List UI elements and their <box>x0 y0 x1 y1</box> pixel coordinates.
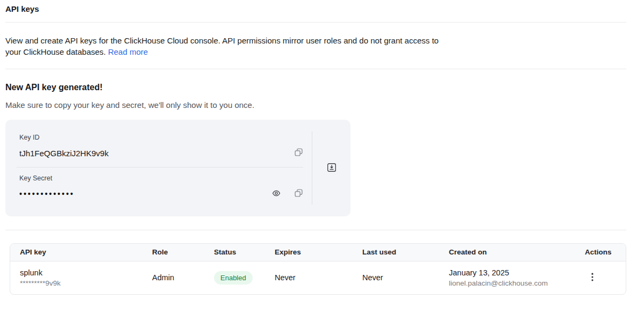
eye-icon <box>272 189 281 199</box>
key-id-row: tJh1FeQGBkziJ2HK9v9k <box>19 147 303 159</box>
kebab-menu-icon <box>591 273 593 283</box>
api-key-name: splunk <box>20 268 152 277</box>
created-by-email: lionel.palacin@clickhouse.com <box>449 279 585 287</box>
api-keys-table: API key Role Status Expires Last used Cr… <box>10 243 626 295</box>
new-key-banner-subtitle: Make sure to copy your key and secret, w… <box>5 100 626 110</box>
cell-status: Enabled <box>214 261 275 294</box>
page-title: API keys <box>5 0 626 13</box>
header-role: Role <box>152 244 214 261</box>
copy-key-id-button[interactable] <box>294 148 303 158</box>
cell-created-on: January 13, 2025 lionel.palacin@clickhou… <box>449 261 585 294</box>
header-expires: Expires <box>275 244 362 261</box>
divider <box>5 230 626 230</box>
download-credentials-area <box>312 120 350 216</box>
copy-icon <box>294 188 303 199</box>
key-secret-actions <box>272 188 303 199</box>
table-row: splunk *********9v9k Admin Enabled Never… <box>10 261 626 294</box>
page-description: View and create API keys for the ClickHo… <box>5 35 445 57</box>
key-secret-label: Key Secret <box>19 174 303 182</box>
new-key-banner-title: New API key generated! <box>5 83 626 92</box>
api-key-masked: *********9v9k <box>20 279 152 287</box>
table-header: API key Role Status Expires Last used Cr… <box>10 244 626 261</box>
download-icon <box>327 163 337 174</box>
api-keys-page: API keys View and create API keys for th… <box>0 0 644 295</box>
cell-role: Admin <box>152 261 214 294</box>
key-secret-masked-value: ••••••••••••• <box>19 190 75 198</box>
created-date: January 13, 2025 <box>449 268 585 277</box>
key-id-label: Key ID <box>19 134 303 141</box>
header-created-on: Created on <box>449 244 585 261</box>
cell-api-key: splunk *********9v9k <box>10 261 152 294</box>
status-badge: Enabled <box>214 271 253 285</box>
cell-last-used: Never <box>362 261 449 294</box>
new-key-card: Key ID tJh1FeQGBkziJ2HK9v9k Key Secret •… <box>5 120 350 216</box>
key-secret-row: ••••••••••••• <box>19 188 303 200</box>
copy-icon <box>294 148 303 158</box>
header-api-key: API key <box>10 244 152 261</box>
header-actions: Actions <box>585 244 626 261</box>
copy-secret-button[interactable] <box>294 188 303 199</box>
header-last-used: Last used <box>362 244 449 261</box>
read-more-link[interactable]: Read more <box>108 47 148 56</box>
divider <box>5 69 626 69</box>
cell-actions <box>585 261 626 294</box>
reveal-secret-button[interactable] <box>272 189 281 199</box>
cell-expires: Never <box>275 261 362 294</box>
row-actions-button[interactable] <box>591 273 593 283</box>
header-status: Status <box>214 244 275 261</box>
field-divider <box>17 167 303 168</box>
description-text: View and create API keys for the ClickHo… <box>5 36 439 56</box>
key-id-value: tJh1FeQGBkziJ2HK9v9k <box>19 149 109 158</box>
divider <box>5 22 626 23</box>
key-fields: Key ID tJh1FeQGBkziJ2HK9v9k Key Secret •… <box>5 120 312 216</box>
download-credentials-button[interactable] <box>327 163 337 174</box>
